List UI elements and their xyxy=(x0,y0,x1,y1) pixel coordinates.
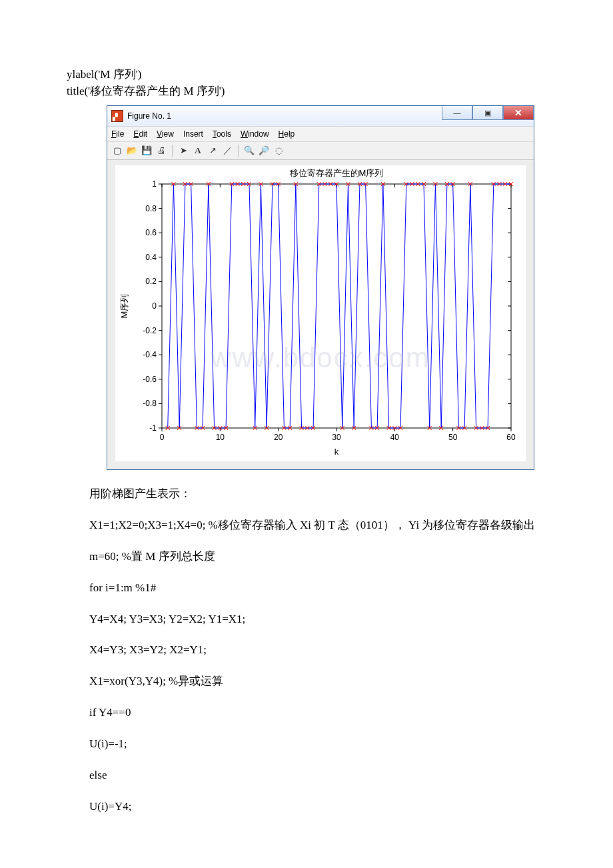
line-icon[interactable]: ／ xyxy=(221,145,233,157)
window-maximize-button[interactable]: ▣ xyxy=(472,106,503,120)
window-minimize-button[interactable]: — xyxy=(442,106,472,120)
svg-text:10: 10 xyxy=(216,433,225,442)
save-icon[interactable]: 💾 xyxy=(141,145,153,157)
svg-text:-0.8: -0.8 xyxy=(143,399,157,408)
svg-text:0.2: 0.2 xyxy=(145,277,157,286)
print-icon[interactable]: 🖨 xyxy=(155,145,167,157)
svg-text:-0.6: -0.6 xyxy=(143,375,157,384)
menu-tools[interactable]: Tools xyxy=(213,129,231,139)
rotate-icon[interactable]: ◌ xyxy=(273,145,285,157)
svg-text:50: 50 xyxy=(448,433,458,442)
para-9: U(i)=-1; xyxy=(67,735,546,754)
svg-text:-0.2: -0.2 xyxy=(143,326,157,335)
svg-text:0: 0 xyxy=(152,301,157,311)
plot-area: 移位寄存器产生的M序列-1-0.8-0.6-0.4-0.200.20.40.60… xyxy=(107,160,534,469)
para-10: else xyxy=(67,766,546,785)
para-2: X1=1;X2=0;X3=1;X4=0; %移位寄存器输入 Xi 初 T 态（0… xyxy=(67,516,546,535)
svg-text:0: 0 xyxy=(160,433,165,442)
svg-text:移位寄存器产生的M序列: 移位寄存器产生的M序列 xyxy=(290,168,384,178)
svg-text:20: 20 xyxy=(274,433,283,442)
body-text: 用阶梯图产生表示： X1=1;X2=0;X3=1;X4=0; %移位寄存器输入 … xyxy=(67,485,546,817)
svg-text:-0.4: -0.4 xyxy=(143,350,157,359)
chart-svg: 移位寄存器产生的M序列-1-0.8-0.6-0.4-0.200.20.40.60… xyxy=(115,165,524,459)
para-11: U(i)=Y4; xyxy=(67,797,546,817)
matlab-figure-icon: ▞ xyxy=(111,110,123,122)
open-icon[interactable]: 📂 xyxy=(126,145,138,157)
svg-text:60: 60 xyxy=(506,433,516,442)
menu-insert[interactable]: Insert xyxy=(183,129,203,139)
menu-window[interactable]: Window xyxy=(241,129,269,139)
code-line-2: title('移位寄存器产生的 M 序列') xyxy=(67,83,546,99)
para-1: 用阶梯图产生表示： xyxy=(67,485,546,504)
svg-rect-1 xyxy=(162,184,511,428)
text-icon[interactable]: A xyxy=(192,145,204,157)
menu-edit[interactable]: Edit xyxy=(133,129,147,139)
para-6: X4=Y3; X3=Y2; X2=Y1; xyxy=(67,641,546,660)
svg-text:M序列: M序列 xyxy=(119,294,129,319)
menu-help[interactable]: Help xyxy=(279,129,295,139)
window-close-button[interactable]: ✕ xyxy=(503,106,534,120)
menu-bar: File Edit View Insert Tools Window Help xyxy=(107,127,534,142)
new-file-icon[interactable]: ▢ xyxy=(111,145,123,157)
svg-text:k: k xyxy=(334,447,339,457)
code-preamble: ylabel('M 序列') title('移位寄存器产生的 M 序列') xyxy=(67,67,546,99)
para-7: X1=xor(Y3,Y4); %异或运算 xyxy=(67,672,546,691)
zoom-out-icon[interactable]: 🔎 xyxy=(258,145,270,157)
toolbar-separator xyxy=(172,145,173,157)
svg-text:0.8: 0.8 xyxy=(145,204,157,213)
menu-file[interactable]: File xyxy=(111,129,124,139)
svg-text:0.6: 0.6 xyxy=(145,228,157,237)
para-8: if Y4==0 xyxy=(67,703,546,723)
para-5: Y4=X4; Y3=X3; Y2=X2; Y1=X1; xyxy=(67,610,546,629)
zoom-in-icon[interactable]: 🔍 xyxy=(243,145,255,157)
para-3: m=60; %置 M 序列总长度 xyxy=(67,547,546,567)
window-title: Figure No. 1 xyxy=(127,111,171,121)
menu-view[interactable]: View xyxy=(157,129,174,139)
window-titlebar: ▞ Figure No. 1 — ▣ ✕ xyxy=(107,106,534,127)
figure-window: ▞ Figure No. 1 — ▣ ✕ File Edit View Inse… xyxy=(107,105,534,470)
plot-canvas: 移位寄存器产生的M序列-1-0.8-0.6-0.4-0.200.20.40.60… xyxy=(115,165,526,461)
arrow-icon[interactable]: ↗ xyxy=(207,145,219,157)
svg-text:30: 30 xyxy=(332,433,341,442)
svg-text:0.4: 0.4 xyxy=(145,253,157,262)
toolbar: ▢ 📂 💾 🖨 ➤ A ↗ ／ 🔍 🔎 ◌ xyxy=(107,142,534,160)
svg-text:-1: -1 xyxy=(149,423,157,433)
pointer-icon[interactable]: ➤ xyxy=(177,145,189,157)
toolbar-separator-2 xyxy=(238,145,239,157)
para-4: for i=1:m %1# xyxy=(67,579,546,598)
code-line-1: ylabel('M 序列') xyxy=(67,67,546,82)
svg-text:40: 40 xyxy=(390,433,400,442)
svg-text:1: 1 xyxy=(152,179,157,189)
